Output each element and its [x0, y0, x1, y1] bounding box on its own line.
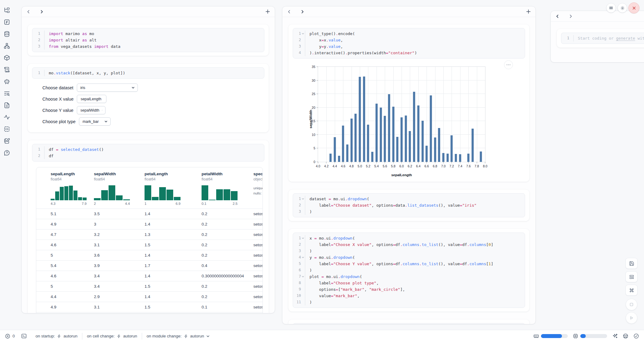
- table-cell: 1.4: [145, 222, 202, 226]
- column-header-petalLength[interactable]: petalLength float64 16.9: [145, 172, 202, 205]
- runtime-on-cell-change[interactable]: on cell change: autorun: [82, 334, 142, 338]
- chart-bar: [413, 92, 415, 162]
- column-header-sepalLength[interactable]: sepalLength float64 4.37.9: [51, 172, 94, 205]
- table-cell: 1.3: [145, 232, 202, 237]
- chart-actions-button[interactable]: [504, 60, 513, 69]
- code-editor[interactable]: 1dataset = mo.ui.dropdown(2 label="Choos…: [293, 193, 525, 217]
- outline-search-icon[interactable]: [3, 90, 10, 97]
- stop-button[interactable]: [626, 299, 637, 310]
- dependency-graph-icon[interactable]: [3, 42, 10, 49]
- history-back-icon[interactable]: [287, 10, 291, 14]
- table-row[interactable]: 4.42.91.40.2setosa: [36, 291, 263, 302]
- ai-features-button[interactable]: [612, 333, 618, 339]
- error-count: 0: [13, 334, 15, 338]
- table-cell: 3: [94, 222, 145, 226]
- code-editor[interactable]: 1mo.vstack([dataset, x, y, plot]): [32, 67, 264, 79]
- errors-indicator[interactable]: 0: [5, 333, 15, 339]
- packages-icon[interactable]: [3, 54, 10, 61]
- code-editor[interactable]: 1x = mo.ui.dropdown(2 label="Choose X va…: [293, 233, 525, 308]
- shutdown-button[interactable]: [628, 2, 639, 13]
- scratchpad-icon[interactable]: [3, 137, 10, 144]
- add-cell-button[interactable]: [526, 9, 531, 14]
- x-tick-label: 6.0: [399, 164, 404, 168]
- histogram-bar: [231, 191, 238, 200]
- keyboard-shortcuts-button[interactable]: [625, 285, 638, 296]
- layout-button[interactable]: [625, 271, 638, 282]
- table-row[interactable]: 53.41.50.2setosa: [36, 281, 263, 291]
- help-icon[interactable]: [3, 149, 10, 156]
- line-number: 8: [293, 280, 305, 286]
- history-back-icon[interactable]: [556, 14, 560, 18]
- code-line: df = selected_dataset(): [45, 146, 104, 153]
- column-header-species[interactable]: species object uniquenulls:: [253, 172, 263, 205]
- history-forward-icon[interactable]: [300, 10, 304, 14]
- memory-usage[interactable]: [533, 333, 568, 339]
- history-forward-icon[interactable]: [569, 14, 573, 18]
- code-editor[interactable]: 1plot_type().encode(2 x=x.value,3 y=y.va…: [293, 28, 525, 59]
- chart-bar: [401, 117, 403, 162]
- table-row[interactable]: 4.931.40.2setosa: [36, 219, 263, 229]
- y-value-select[interactable]: sepalWidth: [77, 106, 106, 114]
- chart-bar: [367, 125, 369, 162]
- x-tick-label: 5.8: [391, 164, 395, 168]
- line-number: 10: [293, 293, 305, 299]
- table-row[interactable]: 5.13.51.40.2setosa: [36, 208, 263, 219]
- column-header-sepalWidth[interactable]: sepalWidth float64 24.4: [94, 172, 145, 205]
- tracing-icon[interactable]: [3, 114, 10, 120]
- table-row[interactable]: 5.43.91.70.4setosa: [36, 260, 263, 271]
- menu-button[interactable]: [606, 3, 616, 13]
- table-cell: setosa: [253, 263, 263, 268]
- column-header-petalWidth[interactable]: petalWidth float64 0.12.5: [202, 172, 253, 205]
- runtime-on-startup[interactable]: on startup: autorun: [31, 334, 82, 338]
- dataset-select[interactable]: iris: [77, 84, 138, 92]
- file-explorer-icon[interactable]: [3, 7, 10, 13]
- generate-link[interactable]: generate: [616, 36, 635, 41]
- table-row[interactable]: 4.73.21.30.2setosa: [36, 229, 263, 240]
- ram-icon: [533, 333, 539, 339]
- history-back-icon[interactable]: [27, 10, 30, 14]
- logs-icon[interactable]: [3, 66, 10, 73]
- save-button[interactable]: [625, 258, 638, 269]
- terminal-button[interactable]: [21, 333, 27, 339]
- snippets-icon[interactable]: [3, 126, 10, 132]
- histogram-bar: [224, 189, 230, 200]
- history-forward-icon[interactable]: [40, 10, 44, 14]
- y-tick-label: 35: [312, 65, 315, 69]
- close-icon: [632, 6, 636, 10]
- add-cell-button[interactable]: [266, 9, 270, 14]
- cpu-usage[interactable]: [573, 333, 607, 339]
- chat-icon[interactable]: [3, 78, 10, 85]
- histogram-bar: [202, 185, 208, 200]
- code-line: ): [305, 248, 312, 254]
- variables-icon[interactable]: [3, 19, 10, 25]
- table-row[interactable]: 4.63.11.50.2setosa: [36, 240, 263, 250]
- settings-button[interactable]: [617, 3, 627, 13]
- table-row[interactable]: 4.93.11.50.1setosa: [36, 302, 263, 312]
- code-line: import altair as alt: [45, 37, 97, 43]
- datasets-icon[interactable]: [3, 30, 10, 37]
- plot-type-select[interactable]: mark_bar: [79, 117, 111, 126]
- documentation-icon[interactable]: [3, 102, 10, 109]
- line-number: 1: [293, 30, 305, 37]
- chart-bar: [375, 104, 377, 162]
- connection-status-button[interactable]: [633, 333, 639, 339]
- cell-imports: 1import marimo as mo2import altair as al…: [28, 24, 269, 56]
- assistant-button[interactable]: [623, 333, 628, 339]
- empty-code-editor[interactable]: 1 Start coding or generate with: [561, 33, 644, 44]
- table-row[interactable]: 53.61.40.2setosa: [36, 250, 263, 260]
- x-value-select[interactable]: sepalLength: [77, 95, 106, 103]
- table-row[interactable]: 4.63.41.40.30000000000000004setosa: [36, 271, 263, 281]
- code-editor[interactable]: 1selected_dataset = getattr(data, datase…: [293, 323, 525, 324]
- runtime-on-module-change[interactable]: on module change: autorun: [142, 334, 215, 338]
- run-button[interactable]: [626, 312, 637, 324]
- histogram-bar: [64, 186, 68, 200]
- table-cell: 4.6: [51, 274, 94, 278]
- y-tick-label: 20: [312, 106, 315, 109]
- histogram-bar: [78, 197, 82, 200]
- code-editor[interactable]: 1import marimo as mo2import altair as al…: [32, 28, 264, 52]
- activity-rail: [0, 0, 13, 330]
- code-line: ): [305, 267, 312, 273]
- code-editor[interactable]: 1df = selected_dataset()2df: [32, 144, 264, 162]
- control-row: Choose plot type mark_bar: [42, 117, 264, 126]
- code-line: label="Choose X value", options=df.colum…: [305, 241, 493, 248]
